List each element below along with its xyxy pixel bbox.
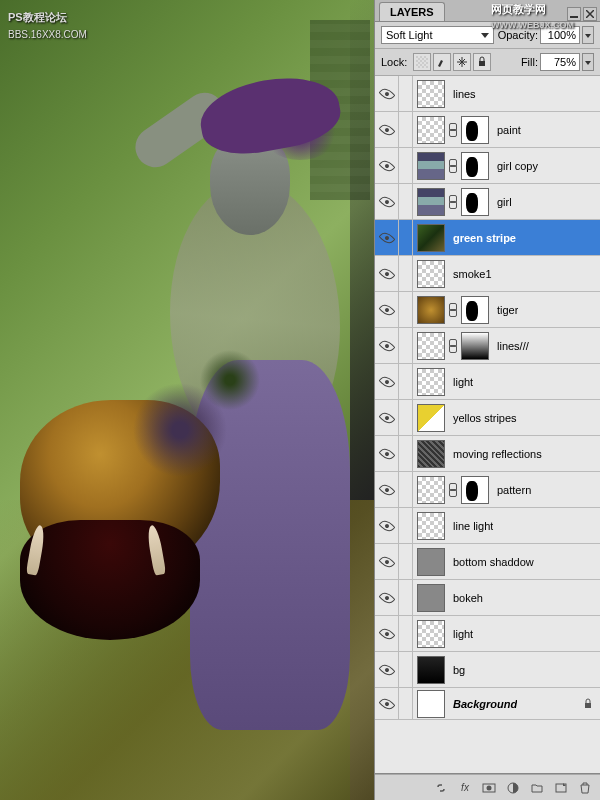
layer-visibility-toggle[interactable] — [375, 508, 399, 543]
layer-row[interactable]: paint — [375, 112, 600, 148]
layer-thumb[interactable] — [417, 80, 445, 108]
layer-name-label[interactable]: tiger — [493, 304, 518, 316]
layer-mask-button[interactable] — [478, 778, 500, 798]
layer-visibility-toggle[interactable] — [375, 688, 399, 719]
layer-thumb[interactable] — [417, 332, 445, 360]
layer-name-label[interactable]: Background — [449, 698, 517, 710]
layer-visibility-toggle[interactable] — [375, 328, 399, 363]
layer-visibility-toggle[interactable] — [375, 292, 399, 327]
layer-mask-thumb[interactable] — [461, 116, 489, 144]
layer-visibility-toggle[interactable] — [375, 580, 399, 615]
mask-link-icon[interactable] — [448, 303, 458, 317]
mask-link-icon[interactable] — [448, 195, 458, 209]
layer-visibility-toggle[interactable] — [375, 364, 399, 399]
layer-visibility-toggle[interactable] — [375, 472, 399, 507]
layer-name-label[interactable]: line light — [449, 520, 493, 532]
layer-row[interactable]: bokeh — [375, 580, 600, 616]
layer-visibility-toggle[interactable] — [375, 400, 399, 435]
layer-visibility-toggle[interactable] — [375, 436, 399, 471]
layer-mask-thumb[interactable] — [461, 296, 489, 324]
layer-name-label[interactable]: bg — [449, 664, 465, 676]
layer-name-label[interactable]: green stripe — [449, 232, 516, 244]
layer-row[interactable]: light — [375, 616, 600, 652]
layer-thumb[interactable] — [417, 440, 445, 468]
layer-thumb[interactable] — [417, 584, 445, 612]
lock-all-button[interactable] — [473, 53, 491, 71]
layer-thumb[interactable] — [417, 188, 445, 216]
layer-name-label[interactable]: moving reflections — [449, 448, 542, 460]
mask-link-icon[interactable] — [448, 339, 458, 353]
layer-mask-thumb[interactable] — [461, 188, 489, 216]
tab-layers[interactable]: LAYERS — [379, 2, 445, 21]
layer-visibility-toggle[interactable] — [375, 616, 399, 651]
lock-transparency-button[interactable] — [413, 53, 431, 71]
adjustment-layer-button[interactable] — [502, 778, 524, 798]
layer-mask-thumb[interactable] — [461, 332, 489, 360]
layer-row[interactable]: smoke1 — [375, 256, 600, 292]
layer-thumb[interactable] — [417, 260, 445, 288]
layer-row[interactable]: green stripe — [375, 220, 600, 256]
layer-name-label[interactable]: lines — [449, 88, 476, 100]
layer-name-label[interactable]: light — [449, 628, 473, 640]
layer-thumb[interactable] — [417, 548, 445, 576]
lock-pixels-button[interactable] — [433, 53, 451, 71]
layer-visibility-toggle[interactable] — [375, 112, 399, 147]
layer-thumb[interactable] — [417, 690, 445, 718]
layer-row[interactable]: girl — [375, 184, 600, 220]
new-layer-button[interactable] — [550, 778, 572, 798]
layer-thumb[interactable] — [417, 476, 445, 504]
layer-row[interactable]: lines — [375, 76, 600, 112]
layer-row[interactable]: bottom shaddow — [375, 544, 600, 580]
layer-thumb[interactable] — [417, 404, 445, 432]
layer-row[interactable]: light — [375, 364, 600, 400]
layer-visibility-toggle[interactable] — [375, 652, 399, 687]
mask-link-icon[interactable] — [448, 483, 458, 497]
delete-layer-button[interactable] — [574, 778, 596, 798]
layer-visibility-toggle[interactable] — [375, 184, 399, 219]
blend-mode-select[interactable]: Soft Light — [381, 26, 494, 44]
opacity-flyout-button[interactable] — [582, 26, 594, 44]
layer-thumb[interactable] — [417, 152, 445, 180]
layer-visibility-toggle[interactable] — [375, 220, 399, 255]
mask-link-icon[interactable] — [448, 123, 458, 137]
layer-name-label[interactable]: lines/// — [493, 340, 529, 352]
layer-fx-button[interactable]: fx — [454, 778, 476, 798]
panel-close-button[interactable] — [583, 7, 597, 21]
layer-thumb[interactable] — [417, 656, 445, 684]
layer-row[interactable]: pattern — [375, 472, 600, 508]
fill-input[interactable]: 75% — [540, 53, 580, 71]
layer-visibility-toggle[interactable] — [375, 544, 399, 579]
layer-visibility-toggle[interactable] — [375, 256, 399, 291]
layer-thumb[interactable] — [417, 512, 445, 540]
layers-list[interactable]: lines paint girl copy girl green stripe — [375, 76, 600, 774]
lock-position-button[interactable] — [453, 53, 471, 71]
layer-row-background[interactable]: Background — [375, 688, 600, 720]
layer-name-label[interactable]: pattern — [493, 484, 531, 496]
layer-name-label[interactable]: paint — [493, 124, 521, 136]
link-layers-button[interactable] — [430, 778, 452, 798]
layer-name-label[interactable]: bottom shaddow — [449, 556, 534, 568]
layer-visibility-toggle[interactable] — [375, 76, 399, 111]
mask-link-icon[interactable] — [448, 159, 458, 173]
layer-row[interactable]: moving reflections — [375, 436, 600, 472]
new-group-button[interactable] — [526, 778, 548, 798]
layer-thumb[interactable] — [417, 116, 445, 144]
layer-thumb[interactable] — [417, 224, 445, 252]
layer-visibility-toggle[interactable] — [375, 148, 399, 183]
layer-row[interactable]: bg — [375, 652, 600, 688]
layer-thumb[interactable] — [417, 620, 445, 648]
layer-thumb[interactable] — [417, 296, 445, 324]
layer-mask-thumb[interactable] — [461, 152, 489, 180]
layer-row[interactable]: girl copy — [375, 148, 600, 184]
layer-name-label[interactable]: girl copy — [493, 160, 538, 172]
layer-row[interactable]: yellos stripes — [375, 400, 600, 436]
layer-name-label[interactable]: bokeh — [449, 592, 483, 604]
layer-row[interactable]: lines/// — [375, 328, 600, 364]
layer-thumb[interactable] — [417, 368, 445, 396]
layer-name-label[interactable]: light — [449, 376, 473, 388]
layer-row[interactable]: line light — [375, 508, 600, 544]
fill-flyout-button[interactable] — [582, 53, 594, 71]
layer-mask-thumb[interactable] — [461, 476, 489, 504]
layer-name-label[interactable]: yellos stripes — [449, 412, 517, 424]
layer-name-label[interactable]: smoke1 — [449, 268, 492, 280]
